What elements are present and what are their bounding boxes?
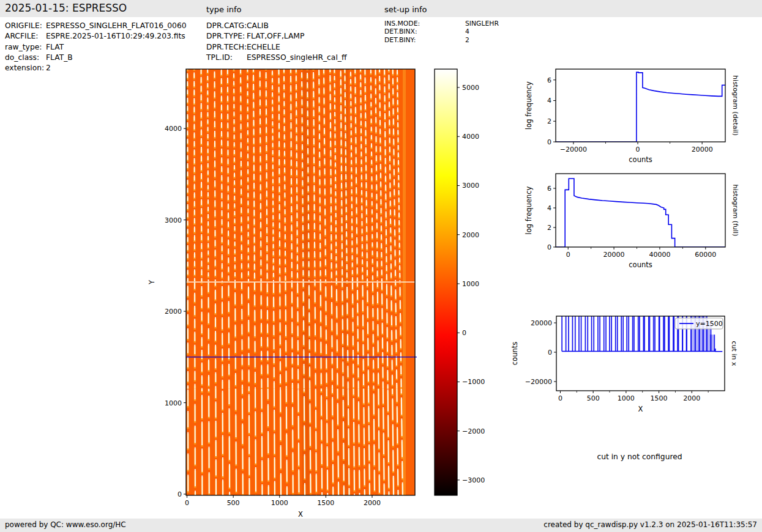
cut-in-x-plot: 0500100015002000−20000020000Xcountscut i… <box>510 315 738 413</box>
svg-text:counts: counts <box>510 342 519 365</box>
histogram-full-plot: 02000040000600000246countslog frequencyh… <box>525 174 739 269</box>
svg-text:2: 2 <box>547 224 551 232</box>
svg-text:20000: 20000 <box>692 146 713 153</box>
svg-text:X: X <box>638 405 643 413</box>
svg-text:500: 500 <box>587 394 600 402</box>
svg-text:1500: 1500 <box>317 499 334 507</box>
svg-text:0: 0 <box>177 490 182 498</box>
svg-text:−3000: −3000 <box>462 476 485 484</box>
svg-text:6: 6 <box>547 76 551 84</box>
histogram-detail-plot: −200000200000246countslog frequencyhisto… <box>525 69 739 164</box>
footer-created-by: created by qc_rawdisp.py v1.2.3 on 2025-… <box>543 520 757 529</box>
svg-text:2000: 2000 <box>462 231 479 239</box>
svg-text:log frequency: log frequency <box>525 186 533 234</box>
svg-text:histogram (full): histogram (full) <box>731 185 739 237</box>
footer-powered-by: powered by QC: www.eso.org/HC <box>5 520 126 529</box>
svg-text:4: 4 <box>547 204 551 212</box>
histogram_full-curve <box>556 179 725 247</box>
svg-text:0: 0 <box>185 499 189 507</box>
svg-text:−20000: −20000 <box>560 146 587 153</box>
svg-text:40000: 40000 <box>649 251 670 259</box>
cut-in-x-legend: y=1500 <box>675 318 723 329</box>
svg-text:1000: 1000 <box>271 499 288 507</box>
svg-text:0: 0 <box>547 243 551 251</box>
svg-text:1500: 1500 <box>651 394 668 402</box>
svg-text:5000: 5000 <box>462 84 479 92</box>
svg-text:0: 0 <box>547 138 551 146</box>
svg-text:1000: 1000 <box>165 399 182 407</box>
svg-text:4: 4 <box>547 97 551 105</box>
svg-text:2000: 2000 <box>683 394 700 402</box>
legend-label: y=1500 <box>696 320 723 328</box>
svg-text:Y: Y <box>148 279 156 285</box>
svg-text:−20000: −20000 <box>525 378 552 386</box>
svg-text:20000: 20000 <box>603 251 625 259</box>
svg-text:1000: 1000 <box>618 394 635 402</box>
svg-text:20000: 20000 <box>531 319 552 327</box>
svg-text:500: 500 <box>227 499 240 507</box>
colorbar: 500040003000200010000−1000−2000−3000 <box>435 69 485 495</box>
svg-text:−1000: −1000 <box>462 378 485 386</box>
svg-text:X: X <box>298 510 303 519</box>
svg-text:0: 0 <box>462 329 466 337</box>
raw-image-plot: 050010001500200001000200030004000XY <box>148 69 417 519</box>
svg-text:log frequency: log frequency <box>525 81 533 130</box>
svg-text:4000: 4000 <box>462 133 479 141</box>
svg-text:4000: 4000 <box>165 125 182 133</box>
qc-report-page: 2025-01-15: ESPRESSO type info set-up in… <box>0 0 762 532</box>
svg-text:histogram (detail): histogram (detail) <box>731 75 739 136</box>
svg-text:3000: 3000 <box>462 182 479 190</box>
cut-in-y-note: cut in y not configured <box>578 453 701 461</box>
histogram_detail-curve <box>556 72 725 142</box>
svg-text:counts: counts <box>629 260 652 269</box>
svg-text:0: 0 <box>636 146 640 153</box>
svg-text:1000: 1000 <box>462 280 479 288</box>
svg-text:60000: 60000 <box>695 251 716 259</box>
svg-text:6: 6 <box>547 185 551 193</box>
svg-text:0: 0 <box>548 349 552 357</box>
svg-text:2000: 2000 <box>165 308 182 316</box>
svg-text:2000: 2000 <box>364 499 381 507</box>
svg-text:0: 0 <box>566 251 570 259</box>
svg-text:0: 0 <box>558 394 562 402</box>
svg-text:3000: 3000 <box>165 216 182 224</box>
svg-text:−2000: −2000 <box>462 427 485 435</box>
svg-text:cut in x: cut in x <box>730 341 738 366</box>
svg-text:counts: counts <box>629 155 652 164</box>
svg-text:2: 2 <box>547 117 551 125</box>
